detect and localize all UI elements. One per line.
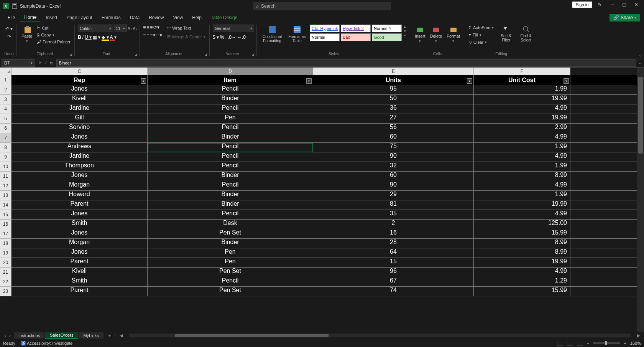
cell-rep[interactable]: Kivell: [12, 268, 148, 277]
hscroll-right-icon[interactable]: ▶: [637, 333, 640, 338]
row-header-7[interactable]: 7: [0, 133, 12, 143]
number-format-combo[interactable]: General▾: [213, 25, 254, 32]
paste-button[interactable]: Paste ▾: [20, 25, 34, 44]
view-page-break-button[interactable]: [577, 341, 583, 345]
merge-center-button[interactable]: ⊞Merge & Center▾: [166, 33, 207, 40]
borders-button[interactable]: ▦ ▾: [93, 35, 100, 40]
search-box[interactable]: ⌕ Search: [253, 2, 391, 10]
cell-units[interactable]: 56: [313, 124, 474, 133]
cell-units[interactable]: 35: [313, 210, 474, 219]
row-header-17[interactable]: 17: [0, 229, 12, 239]
cell-cost[interactable]: 8.99: [474, 248, 570, 258]
cell-units[interactable]: 2: [313, 220, 474, 229]
header-rep[interactable]: Rep▾: [12, 75, 148, 85]
cell-cost[interactable]: 125.00: [474, 220, 570, 229]
cell-item[interactable]: Pencil: [148, 143, 313, 152]
format-painter-button[interactable]: 🖌Format Painter: [35, 39, 72, 45]
cell-rep[interactable]: Sorvino: [12, 124, 148, 133]
row-header-5[interactable]: 5: [0, 114, 12, 124]
cell-rep[interactable]: Jardine: [12, 152, 148, 162]
cell-cost[interactable]: 1.99: [474, 85, 570, 94]
undo-button[interactable]: ↶ ▾: [5, 26, 13, 31]
col-header-f[interactable]: F: [474, 68, 570, 75]
cell-rep[interactable]: Kivell: [12, 95, 148, 104]
cell-item[interactable]: Binder: [148, 239, 313, 248]
vertical-scrollbar[interactable]: [637, 68, 644, 332]
style-good[interactable]: Good: [372, 33, 402, 41]
cell-rep[interactable]: Jones: [12, 210, 148, 219]
cell-cost[interactable]: 19.99: [474, 200, 570, 210]
row-header-13[interactable]: 13: [0, 191, 12, 200]
find-select-button[interactable]: Find & Select: [517, 25, 535, 43]
sheet-tab-instructions[interactable]: Instructions: [14, 332, 44, 339]
styles-down-icon[interactable]: ▾: [404, 29, 407, 33]
row-header-16[interactable]: 16: [0, 220, 12, 229]
header-item[interactable]: Item▾: [148, 75, 313, 85]
cell-rep[interactable]: Howard: [12, 191, 148, 200]
align-right-button[interactable]: ≡: [150, 32, 153, 38]
filter-rep-button[interactable]: ▾: [141, 78, 146, 84]
clipboard-launcher-icon[interactable]: ◢: [70, 53, 72, 56]
tab-review[interactable]: Review: [145, 13, 168, 22]
cell-units[interactable]: 28: [313, 239, 474, 248]
share-button[interactable]: 🔗Share▾: [610, 14, 640, 21]
cell-units[interactable]: 64: [313, 248, 474, 258]
fill-button[interactable]: ▾Fill▾: [467, 31, 495, 38]
cell-cost[interactable]: 1.99: [474, 191, 570, 200]
row-header-8[interactable]: 8: [0, 143, 12, 152]
underline-button[interactable]: U ▾: [85, 35, 92, 40]
row-header-15[interactable]: 15: [0, 210, 12, 220]
cell-item[interactable]: Pencil: [148, 85, 313, 94]
cell-item[interactable]: Binder: [148, 95, 313, 104]
font-name-combo[interactable]: Calibri▾: [78, 25, 113, 32]
font-launcher-icon[interactable]: ◢: [135, 53, 137, 56]
col-header-d[interactable]: D: [148, 68, 313, 75]
cell-rep[interactable]: Andrews: [12, 143, 148, 152]
cell-item[interactable]: Pen: [148, 248, 313, 258]
format-cells-button[interactable]: Format▾: [445, 25, 462, 44]
col-header-e[interactable]: E: [313, 68, 474, 75]
cell-item[interactable]: Pencil: [148, 152, 313, 162]
cell-item[interactable]: Pencil: [148, 181, 313, 190]
tab-page-layout[interactable]: Page Layout: [62, 13, 96, 22]
cell-units[interactable]: 15: [313, 258, 474, 267]
cell-item[interactable]: Pencil: [148, 162, 313, 171]
style-ctx-hyperlink[interactable]: Ctx_Hyperlink: [310, 25, 340, 32]
cell-cost[interactable]: 19.99: [474, 95, 570, 104]
decrease-decimal-button[interactable]: ←.0: [237, 35, 246, 40]
cell-item[interactable]: Binder: [148, 200, 313, 210]
cell-cost[interactable]: 4.99: [474, 104, 570, 114]
status-accessibility[interactable]: ♿ Accessibility: Investigate: [21, 341, 73, 346]
row-header-21[interactable]: 21: [0, 268, 12, 277]
align-center-button[interactable]: ≡: [146, 32, 149, 38]
cell-units[interactable]: 32: [313, 162, 474, 171]
tab-view[interactable]: View: [169, 13, 187, 22]
cell-item[interactable]: Pen: [148, 258, 313, 267]
cell-units[interactable]: 60: [313, 172, 474, 181]
font-size-combo[interactable]: 11▾: [114, 25, 127, 32]
insert-cells-button[interactable]: Insert▾: [413, 25, 427, 44]
cell-item[interactable]: Pen Set: [148, 287, 313, 296]
row-header-14[interactable]: 14: [0, 200, 12, 210]
cell-item[interactable]: Binder: [148, 191, 313, 200]
accounting-format-button[interactable]: $ ▾: [213, 35, 219, 40]
cell-cost[interactable]: 15.99: [474, 229, 570, 238]
autosum-button[interactable]: ΣAutoSum▾: [467, 25, 495, 31]
view-normal-button[interactable]: [557, 341, 563, 345]
close-button[interactable]: ✕: [631, 2, 642, 7]
accept-formula-icon[interactable]: ✓: [44, 60, 48, 65]
sort-filter-button[interactable]: Sort & Filter: [497, 25, 515, 43]
cell-rep[interactable]: Smith: [12, 220, 148, 229]
cell-rep[interactable]: Jones: [12, 172, 148, 181]
cell-units[interactable]: 16: [313, 229, 474, 238]
tab-data[interactable]: Data: [126, 13, 143, 22]
cell-cost[interactable]: 1.29: [474, 277, 570, 286]
select-all-corner[interactable]: [0, 68, 12, 75]
cell-cost[interactable]: 8.99: [474, 172, 570, 181]
cell-rep[interactable]: Jones: [12, 229, 148, 238]
tab-file[interactable]: File: [4, 13, 19, 22]
header-unit-cost[interactable]: Unit Cost▾: [474, 75, 570, 85]
redo-button[interactable]: ↷: [7, 34, 11, 39]
increase-font-button[interactable]: A↑: [128, 26, 132, 31]
comma-format-button[interactable]: ,: [225, 35, 227, 40]
